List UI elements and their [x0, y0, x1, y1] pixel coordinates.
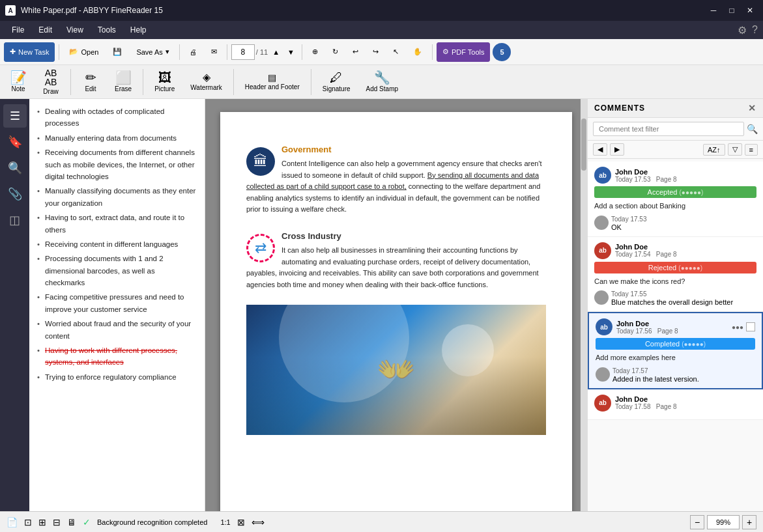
menu-view[interactable]: View [60, 23, 90, 37]
sidebar-icon-bookmarks[interactable]: 🔖 [3, 130, 27, 154]
header-footer-icon: ▤ [268, 73, 276, 82]
email-button[interactable]: ✉ [205, 42, 223, 62]
pdf-tools-icon: ⚙ [442, 48, 449, 56]
comment-header-2: ab John Doe Today 17.54 Page 8 [594, 242, 756, 259]
filter-button[interactable]: ▽ [728, 143, 742, 156]
search-icon[interactable]: 🔍 [747, 124, 758, 134]
maximize-button[interactable]: □ [724, 4, 740, 17]
edit-tool[interactable]: ✏ Edit [76, 68, 105, 96]
page-up-button[interactable]: ▲ [269, 42, 283, 62]
undo-button[interactable]: ↩ [347, 42, 364, 62]
signature-icon: 🖊 [330, 71, 343, 84]
zoom-in-button[interactable]: + [742, 515, 756, 529]
next-comment-button[interactable]: ▶ [610, 143, 624, 156]
comment-author-2: John Doe [615, 243, 756, 251]
fit-page-icon[interactable]: ⊠ [237, 517, 245, 527]
comment-item-1[interactable]: ab John Doe Today 17.53 Page 8 Accepted … [588, 161, 763, 237]
toolbar-sep-5 [432, 44, 433, 60]
zoom-out-button[interactable]: − [690, 515, 704, 529]
sidebar-icon-annotations[interactable]: 📎 [3, 182, 27, 206]
settings-icon[interactable]: ⚙ [738, 24, 747, 36]
comments-header: COMMENTS ✕ [588, 99, 763, 118]
erase-icon: ⬜ [115, 71, 132, 84]
folder-icon: 📂 [69, 48, 78, 56]
sidebar-icon-pages[interactable]: ☰ [3, 104, 27, 128]
comment-filter-input[interactable] [593, 122, 744, 136]
list-item: Worried about fraud and the security of … [37, 316, 197, 343]
sort-az-button[interactable]: AZ↑ [703, 144, 725, 156]
page-ratio: 1:1 [220, 518, 230, 526]
comment-status-1: Accepted (●●●●●) [594, 186, 756, 198]
rotate-button[interactable]: ↻ [326, 42, 344, 62]
list-item: Receiving documents from different chann… [37, 145, 197, 184]
comment-text-3: Add more examples here [596, 352, 755, 363]
comment-item-3[interactable]: ab John Doe Today 17.56 Page 8 ●●● [588, 312, 763, 389]
list-item-strikethrough: Having to work with different processes,… [37, 343, 197, 370]
sidebar-icon-search[interactable]: 🔍 [3, 156, 27, 180]
status-ok-icon: ✓ [83, 517, 91, 527]
govt-section: 🏛 Government Content Intelligence can al… [246, 145, 546, 221]
hand-tool-button[interactable]: ✋ [407, 42, 428, 62]
close-button[interactable]: ✕ [742, 4, 758, 17]
govt-text: Content Intelligence can also help a gov… [246, 158, 546, 216]
save-as-button[interactable]: Save As ▾ [130, 42, 175, 62]
note-icon: 📝 [10, 71, 27, 84]
select-mode-button[interactable]: ⊕ [306, 42, 324, 62]
menu-file[interactable]: File [5, 23, 31, 37]
comments-close-button[interactable]: ✕ [748, 103, 756, 113]
new-task-button[interactable]: ✚ New Task [4, 42, 55, 62]
page-number-input[interactable] [231, 44, 255, 60]
prev-comment-button[interactable]: ◀ [593, 143, 607, 156]
note-tool[interactable]: 📝 Note [4, 68, 33, 96]
redo-button[interactable]: ↪ [367, 42, 384, 62]
reply-avatar-3 [596, 367, 610, 382]
page-down-button[interactable]: ▼ [284, 42, 298, 62]
fit-width-icon[interactable]: ⟺ [252, 517, 265, 527]
open-button[interactable]: 📂 Open [63, 42, 104, 62]
help-icon[interactable]: ? [752, 24, 758, 36]
minimize-button[interactable]: ─ [706, 4, 721, 17]
picture-tool[interactable]: 🖼 Picture [149, 68, 180, 96]
menu-help[interactable]: Help [124, 23, 153, 37]
zoom-input[interactable] [707, 515, 740, 529]
comment-author-4: John Doe [615, 395, 756, 403]
save-button[interactable]: 💾 [107, 42, 128, 62]
comment-time-4: Today 17.58 Page 8 [615, 403, 756, 410]
more-actions-icon[interactable]: ●●● [732, 324, 743, 331]
window-controls: ─ □ ✕ [706, 4, 758, 17]
layout-icon-3: ⊟ [53, 517, 61, 527]
pdf-tools-button[interactable]: ⚙ PDF Tools [437, 42, 491, 62]
more-options-button[interactable]: ≡ [745, 144, 758, 156]
layout-icon-1: ⊡ [24, 517, 32, 527]
add-stamp-tool[interactable]: 🔧 Add Stamp [360, 68, 404, 96]
notification-badge[interactable]: 5 [493, 43, 511, 61]
status-bar: 📄 ⊡ ⊞ ⊟ 🖥 ✓ Background recognition compl… [0, 511, 763, 532]
comment-checkbox-3[interactable] [746, 322, 755, 331]
document-area[interactable]: 🏛 Government Content Intelligence can al… [205, 99, 587, 511]
menu-gear-area: ⚙ ? [738, 24, 758, 36]
menu-edit[interactable]: Edit [32, 23, 59, 37]
list-item: Facing competitive pressures and need to… [37, 290, 197, 316]
comment-author-1: John Doe [615, 168, 756, 176]
scrollbar-thumb[interactable] [581, 119, 586, 171]
reply-avatar-2 [594, 290, 609, 305]
print-button[interactable]: 🖨 [184, 42, 203, 62]
picture-icon: 🖼 [158, 71, 171, 84]
comment-item-2[interactable]: ab John Doe Today 17.54 Page 8 Rejected … [588, 237, 763, 313]
cursor-button[interactable]: ↖ [387, 42, 405, 62]
list-item: Manually entering data from documents [37, 131, 197, 145]
watermark-tool[interactable]: ◈ Watermark [184, 69, 228, 94]
header-footer-tool[interactable]: ▤ Header and Footer [239, 70, 306, 94]
new-task-icon: ✚ [10, 48, 16, 56]
govt-heading: Government [246, 145, 546, 154]
comment-header-3: ab John Doe Today 17.56 Page 8 ●●● [596, 318, 755, 335]
signature-tool[interactable]: 🖊 Signature [317, 68, 356, 96]
scrollbar-track[interactable] [581, 99, 587, 511]
menu-tools[interactable]: Tools [91, 23, 122, 37]
comment-item-4[interactable]: ab John Doe Today 17.58 Page 8 [588, 389, 763, 420]
sidebar-icon-layers[interactable]: ◫ [3, 208, 27, 232]
toolbar-sep-2 [179, 44, 180, 60]
draw-tool[interactable]: ABAB Draw [36, 65, 65, 98]
main-layout: ☰ 🔖 🔍 📎 ◫ Dealing with octades of compli… [0, 99, 763, 511]
erase-tool[interactable]: ⬜ Erase [109, 68, 137, 96]
